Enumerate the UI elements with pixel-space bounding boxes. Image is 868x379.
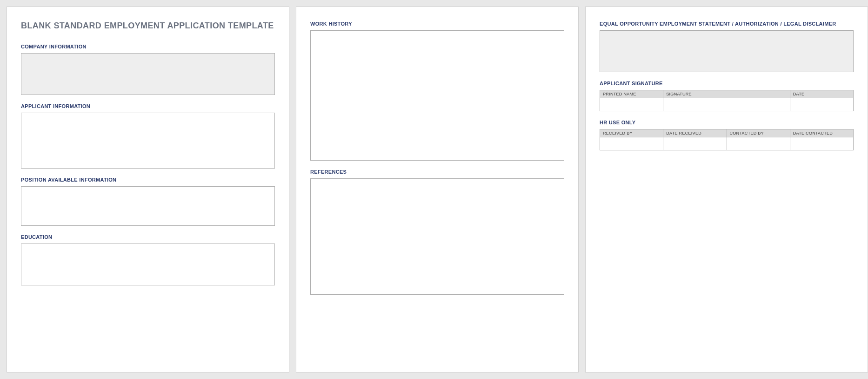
th-date-received: DATE RECEIVED (663, 129, 727, 137)
th-signature: SIGNATURE (663, 90, 790, 98)
cell-printed-name[interactable] (600, 98, 663, 111)
label-legal-disclaimer: EQUAL OPPORTUNITY EMPLOYMENT STATEMENT /… (600, 21, 854, 27)
table-hr: RECEIVED BY DATE RECEIVED CONTACTED BY D… (600, 129, 854, 150)
label-education: EDUCATION (21, 234, 275, 240)
cell-contacted-by[interactable] (727, 137, 790, 150)
label-hr-use-only: HR USE ONLY (600, 120, 854, 125)
cell-received-by[interactable] (600, 137, 663, 150)
label-applicant-signature: APPLICANT SIGNATURE (600, 81, 854, 86)
label-position-info: POSITION AVAILABLE INFORMATION (21, 177, 275, 183)
field-education[interactable] (21, 244, 275, 285)
cell-date[interactable] (790, 98, 853, 111)
document-title: BLANK STANDARD EMPLOYMENT APPLICATION TE… (21, 21, 275, 31)
cell-signature[interactable] (663, 98, 790, 111)
cell-date-received[interactable] (663, 137, 727, 150)
field-applicant-info[interactable] (21, 113, 275, 169)
page-1: BLANK STANDARD EMPLOYMENT APPLICATION TE… (7, 7, 289, 372)
field-work-history[interactable] (310, 30, 564, 161)
cell-date-contacted[interactable] (790, 137, 853, 150)
th-date: DATE (790, 90, 853, 98)
label-references: REFERENCES (310, 169, 564, 175)
label-applicant-info: APPLICANT INFORMATION (21, 103, 275, 109)
table-row (600, 98, 854, 111)
field-references[interactable] (310, 178, 564, 295)
th-date-contacted: DATE CONTACTED (790, 129, 853, 137)
page-2: WORK HISTORY REFERENCES (296, 7, 579, 372)
field-company-info[interactable] (21, 53, 275, 95)
th-printed-name: PRINTED NAME (600, 90, 663, 98)
page-3: EQUAL OPPORTUNITY EMPLOYMENT STATEMENT /… (585, 7, 868, 372)
table-row (600, 137, 854, 150)
label-company-info: COMPANY INFORMATION (21, 44, 275, 49)
field-position-info[interactable] (21, 186, 275, 226)
field-legal-disclaimer[interactable] (600, 30, 854, 72)
th-received-by: RECEIVED BY (600, 129, 663, 137)
th-contacted-by: CONTACTED BY (727, 129, 790, 137)
table-signature: PRINTED NAME SIGNATURE DATE (600, 90, 854, 111)
label-work-history: WORK HISTORY (310, 21, 564, 27)
